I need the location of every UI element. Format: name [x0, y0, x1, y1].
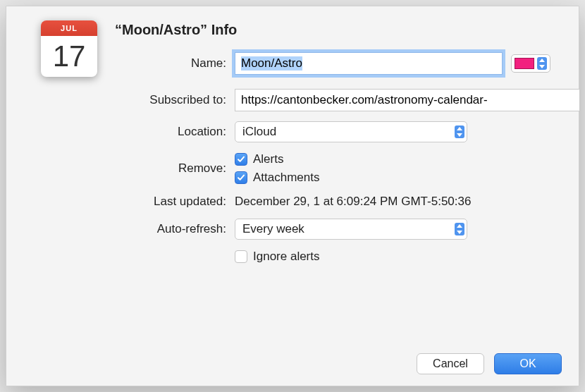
- calendar-app-icon: JUL 17: [41, 20, 97, 77]
- cancel-button[interactable]: Cancel: [417, 353, 484, 374]
- color-picker[interactable]: [511, 54, 550, 73]
- subscribed-label: Subscribed to:: [115, 93, 235, 107]
- subscribed-url-input[interactable]: [235, 89, 580, 111]
- dialog-title: “Moon/Astro” Info: [115, 22, 562, 38]
- remove-label: Remove:: [115, 161, 235, 176]
- name-input[interactable]: [235, 52, 503, 75]
- remove-attachments-checkbox[interactable]: [235, 171, 247, 184]
- calendar-info-dialog: JUL 17 “Moon/Astro” Info Name: Subscri: [6, 6, 579, 386]
- calendar-icon-day: 17: [41, 36, 97, 77]
- auto-refresh-select[interactable]: Every week: [235, 219, 467, 240]
- calendar-icon-month: JUL: [41, 20, 97, 36]
- stepper-icon: [537, 57, 547, 70]
- last-updated-value: December 29, 1 at 6:09:24 PM GMT-5:50:36: [235, 195, 471, 209]
- stepper-icon: [455, 223, 464, 235]
- name-label: Name:: [115, 56, 235, 71]
- last-updated-label: Last updated:: [115, 195, 235, 209]
- location-select[interactable]: iCloud: [235, 121, 467, 142]
- auto-refresh-label: Auto-refresh:: [115, 222, 235, 236]
- ok-button[interactable]: OK: [494, 353, 562, 374]
- location-label: Location:: [115, 125, 235, 139]
- auto-refresh-value: Every week: [242, 222, 304, 236]
- remove-attachments-label: Attachments: [253, 171, 320, 185]
- color-swatch: [515, 58, 534, 69]
- remove-alerts-checkbox[interactable]: [235, 153, 247, 166]
- location-value: iCloud: [242, 125, 276, 139]
- ignore-alerts-label: Ignore alerts: [253, 250, 320, 264]
- ignore-alerts-checkbox[interactable]: [235, 250, 247, 263]
- stepper-icon: [455, 125, 464, 138]
- remove-alerts-label: Alerts: [253, 152, 283, 166]
